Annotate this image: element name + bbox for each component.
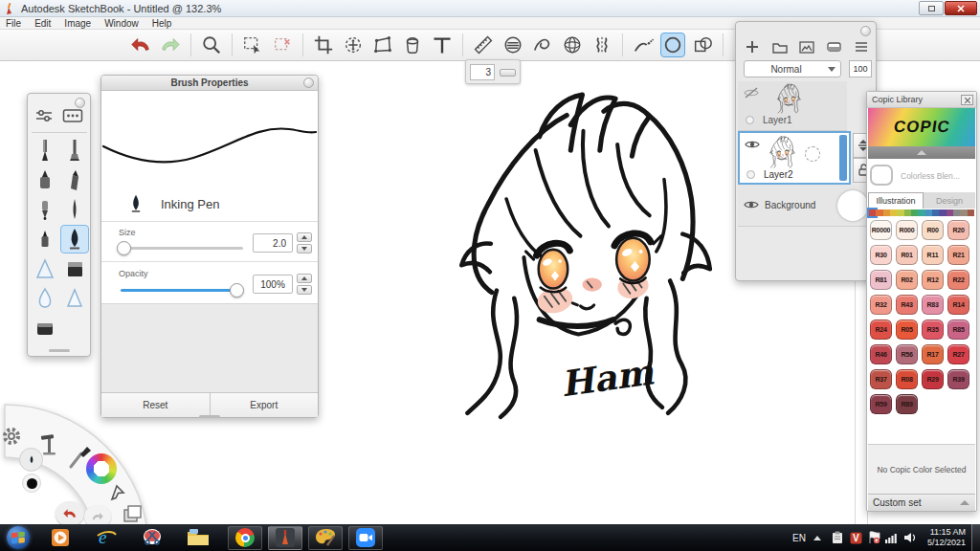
taskbar-internet-explorer-icon[interactable]: e (94, 525, 119, 550)
copic-swatch-R21[interactable]: R21 (947, 245, 969, 265)
layer2-radio[interactable] (746, 170, 755, 179)
symmetry-tool-icon[interactable] (590, 33, 614, 57)
copic-strip-chip[interactable] (932, 209, 939, 216)
copic-swatch-R05[interactable]: R05 (896, 320, 918, 340)
tab-design[interactable]: Design (924, 192, 975, 209)
copic-close-button[interactable] (961, 95, 973, 105)
start-button[interactable] (6, 525, 31, 550)
tray-clipboard-icon[interactable] (831, 530, 845, 545)
copic-strip-chip[interactable] (904, 209, 911, 216)
palette-drag-handle[interactable] (49, 349, 70, 352)
lagoon-gear-icon[interactable] (0, 425, 23, 452)
menu-window[interactable]: Window (104, 18, 139, 29)
copic-strip-chip[interactable] (897, 209, 903, 216)
brush-properties-drag-handle[interactable] (199, 415, 220, 418)
visibility-on-icon[interactable] (744, 199, 759, 210)
taskbar-zoom-button[interactable] (348, 526, 383, 550)
copic-title-bar[interactable]: Copic Library (867, 92, 976, 108)
menu-help[interactable]: Help (152, 18, 172, 29)
tool-airbrush[interactable] (31, 254, 59, 283)
blend-mode-select[interactable]: Normal (744, 60, 841, 77)
tool-marker[interactable] (31, 165, 59, 194)
deselect-tool-icon[interactable] (270, 33, 295, 57)
copic-swatch-R20[interactable]: R20 (947, 220, 969, 240)
copic-swatch-R02[interactable]: R02 (896, 270, 918, 290)
tool-inking-pen[interactable] (60, 225, 89, 253)
copic-strip-chip[interactable] (939, 209, 946, 216)
copic-swatch-R01[interactable]: R01 (896, 245, 918, 265)
taskbar-media-player-icon[interactable] (48, 525, 73, 550)
steady-stroke-icon[interactable] (631, 33, 656, 57)
shapes-tool-icon[interactable] (690, 33, 715, 57)
brush-properties-collapse-button[interactable] (303, 77, 314, 88)
menu-file[interactable]: File (6, 18, 21, 29)
brush-settings-icon[interactable] (33, 107, 55, 124)
brush-sets-icon[interactable] (62, 107, 83, 124)
ellipse-tool-icon[interactable] (660, 33, 685, 57)
show-desktop-button[interactable] (971, 524, 980, 551)
size-slider-thumb[interactable] (117, 241, 131, 255)
tab-illustration[interactable]: Illustration (868, 192, 924, 209)
brush-size-slider-handle[interactable] (500, 69, 516, 77)
copic-strip-chip[interactable] (947, 209, 953, 216)
size-step-up[interactable] (297, 232, 312, 242)
tray-clock[interactable]: 11:15 AM 5/12/2021 (927, 527, 966, 548)
copic-strip-chip[interactable] (918, 209, 924, 216)
copic-swatch-R59[interactable]: R59 (870, 394, 892, 414)
crop-tool-icon[interactable] (311, 33, 336, 57)
taskbar-sketchbook-button[interactable] (268, 526, 302, 550)
tool-chisel-marker[interactable] (60, 165, 89, 194)
tray-network-icon[interactable] (885, 530, 900, 545)
copic-swatch-R81[interactable]: R81 (870, 270, 892, 290)
tray-antivirus-icon[interactable]: V (849, 530, 863, 545)
tool-felt-pen[interactable] (31, 225, 59, 253)
tool-paintbrush[interactable] (60, 136, 89, 165)
size-step-down[interactable] (297, 244, 312, 253)
copic-swatch-R14[interactable]: R14 (947, 295, 969, 315)
copic-swatch-R83[interactable]: R83 (922, 295, 944, 315)
opacity-slider-thumb[interactable] (230, 283, 244, 298)
background-color-swatch[interactable] (837, 190, 868, 221)
brush-size-hud[interactable]: 3 (465, 59, 521, 84)
export-button[interactable]: Export (211, 393, 319, 417)
copic-swatch-R22[interactable]: R22 (947, 270, 969, 290)
add-layer-icon[interactable] (742, 38, 763, 55)
copic-swatch-R46[interactable]: R46 (870, 344, 892, 364)
copic-strip-chip[interactable] (968, 209, 974, 216)
layer-item-background[interactable]: Background (738, 185, 876, 227)
copic-strip-chip[interactable] (911, 209, 918, 216)
menu-edit[interactable]: Edit (34, 18, 51, 29)
tray-volume-icon[interactable] (903, 530, 918, 545)
copic-swatch-R37[interactable]: R37 (870, 369, 892, 389)
select-tool-icon[interactable] (240, 33, 265, 57)
copic-strip-chip[interactable] (876, 209, 882, 216)
perspective-tool-icon[interactable] (560, 33, 585, 57)
visibility-off-icon[interactable] (744, 87, 759, 99)
distort-tool-icon[interactable] (370, 33, 395, 57)
tool-block-eraser[interactable] (31, 314, 59, 342)
copic-swatch-R29[interactable]: R29 (922, 369, 944, 389)
taskbar-file-explorer-icon[interactable] (186, 525, 211, 550)
tool-fine-brush[interactable] (60, 195, 89, 224)
tool-pencil[interactable] (31, 136, 59, 165)
menu-image[interactable]: Image (64, 18, 91, 29)
copic-swatch-R000[interactable]: R000 (896, 220, 918, 240)
tool-water-drop[interactable] (31, 284, 59, 313)
copic-strip-chip[interactable] (869, 209, 876, 216)
layers-collapse-button[interactable] (860, 26, 871, 36)
brush-row[interactable]: Inking Pen (101, 187, 318, 221)
copic-strip-chip[interactable] (925, 209, 932, 216)
copic-swatch-R0000[interactable]: R0000 (870, 220, 892, 240)
copic-swatch-R32[interactable]: R32 (870, 295, 892, 315)
copic-strip-chip[interactable] (883, 209, 890, 216)
visibility-on-icon[interactable] (745, 139, 760, 150)
layer-item-layer2[interactable]: Layer2 (738, 131, 851, 185)
copic-swatch-R56[interactable]: R56 (896, 344, 918, 364)
zoom-tool-icon[interactable] (199, 33, 224, 57)
copic-swatch-R17[interactable]: R17 (922, 344, 944, 364)
copic-swatch-R24[interactable]: R24 (870, 320, 892, 340)
layer1-radio[interactable] (746, 116, 754, 124)
undo-icon[interactable] (128, 33, 153, 57)
copic-swatch-R85[interactable]: R85 (947, 320, 969, 340)
opacity-step-up[interactable] (297, 274, 312, 283)
